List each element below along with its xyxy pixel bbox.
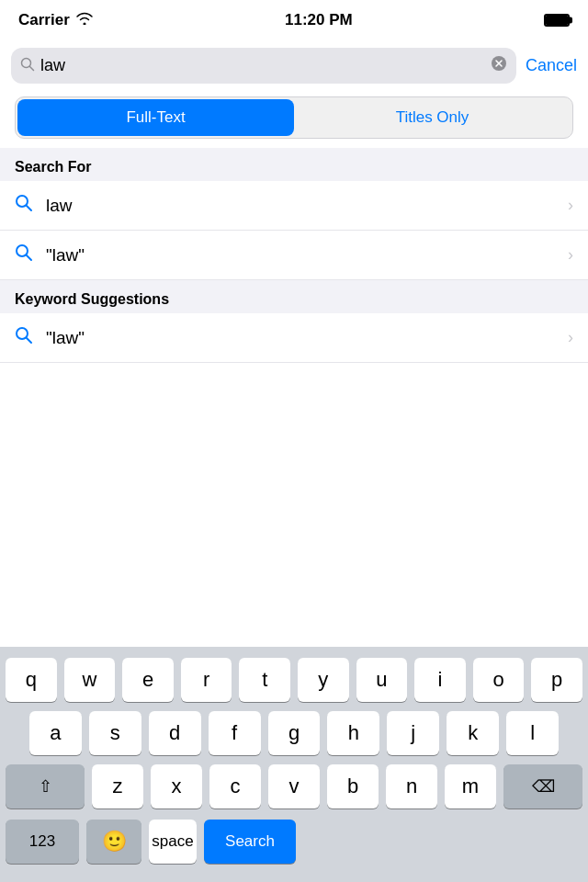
key-b[interactable]: b xyxy=(327,764,379,808)
segment-container: Full-Text Titles Only xyxy=(0,91,588,148)
keyboard-row-1: q w e r t y u i o p xyxy=(6,658,582,702)
keyboard-row-3: ⇧ z x c v b n m ⌫ xyxy=(6,764,582,808)
search-result-icon-2 xyxy=(15,243,33,266)
search-input[interactable] xyxy=(40,56,485,75)
keyword-suggestions-header: Keyword Suggestions xyxy=(0,280,588,313)
svg-point-9 xyxy=(17,328,28,339)
search-term-law-quoted: "law" xyxy=(46,245,555,266)
search-input-wrapper xyxy=(11,48,516,84)
search-for-section: Search For law › "law" › xyxy=(0,148,588,280)
key-e[interactable]: e xyxy=(122,658,174,702)
search-term-law: law xyxy=(46,196,555,216)
shift-key[interactable]: ⇧ xyxy=(6,764,85,808)
keyboard-bottom-row: 123 🙂 space Search xyxy=(0,814,588,882)
wifi-icon xyxy=(75,11,94,29)
key-x[interactable]: x xyxy=(151,764,202,808)
status-time: 11:20 PM xyxy=(285,11,353,29)
key-t[interactable]: t xyxy=(239,658,290,702)
key-m[interactable]: m xyxy=(445,764,496,808)
full-text-tab[interactable]: Full-Text xyxy=(17,99,294,136)
status-right xyxy=(544,14,570,27)
key-a[interactable]: a xyxy=(29,711,82,755)
key-v[interactable]: v xyxy=(268,764,320,808)
search-result-icon-1 xyxy=(15,194,33,217)
key-g[interactable]: g xyxy=(268,711,321,755)
svg-point-5 xyxy=(17,196,28,207)
key-i[interactable]: i xyxy=(414,658,466,702)
chevron-icon-2: › xyxy=(568,245,573,265)
chevron-icon-1: › xyxy=(568,196,573,215)
key-d[interactable]: d xyxy=(149,711,201,755)
search-key[interactable]: Search xyxy=(204,820,296,864)
search-icon xyxy=(20,57,35,75)
key-j[interactable]: j xyxy=(387,711,439,755)
key-p[interactable]: p xyxy=(531,658,582,702)
svg-line-8 xyxy=(27,255,31,260)
keyboard: q w e r t y u i o p a s d f g h j k l ⇧ … xyxy=(0,647,588,882)
key-o[interactable]: o xyxy=(473,658,525,702)
clear-button[interactable] xyxy=(491,55,507,76)
segment-control: Full-Text Titles Only xyxy=(15,96,573,139)
search-result-law-quoted[interactable]: "law" › xyxy=(0,231,588,280)
search-result-law[interactable]: law › xyxy=(0,181,588,231)
key-h[interactable]: h xyxy=(327,711,379,755)
status-bar: Carrier 11:20 PM xyxy=(0,0,588,40)
battery-icon xyxy=(544,14,570,27)
search-for-header: Search For xyxy=(0,148,588,181)
carrier-label: Carrier xyxy=(18,11,70,29)
svg-line-10 xyxy=(27,338,31,343)
titles-only-tab[interactable]: Titles Only xyxy=(294,99,571,136)
svg-line-1 xyxy=(30,66,34,70)
key-k[interactable]: k xyxy=(447,711,499,755)
keyword-term-law-quoted: "law" xyxy=(46,328,555,348)
key-r[interactable]: r xyxy=(181,658,232,702)
keyword-result-law-quoted[interactable]: "law" › xyxy=(0,313,588,363)
key-l[interactable]: l xyxy=(506,711,559,755)
chevron-icon-3: › xyxy=(568,328,573,347)
key-u[interactable]: u xyxy=(356,658,408,702)
svg-point-7 xyxy=(17,245,28,256)
key-z[interactable]: z xyxy=(92,764,143,808)
emoji-key[interactable]: 🙂 xyxy=(86,820,141,864)
key-q[interactable]: q xyxy=(6,658,57,702)
cancel-button[interactable]: Cancel xyxy=(526,56,577,75)
search-bar-container: Cancel xyxy=(0,40,588,91)
delete-key[interactable]: ⌫ xyxy=(503,764,582,808)
key-c[interactable]: c xyxy=(209,764,261,808)
keyboard-row-2: a s d f g h j k l xyxy=(6,711,582,755)
svg-line-6 xyxy=(27,206,31,210)
key-f[interactable]: f xyxy=(209,711,261,755)
key-s[interactable]: s xyxy=(89,711,141,755)
status-left: Carrier xyxy=(18,11,94,29)
key-w[interactable]: w xyxy=(64,658,116,702)
space-key[interactable]: space xyxy=(149,820,197,864)
num-key[interactable]: 123 xyxy=(6,820,79,864)
key-n[interactable]: n xyxy=(386,764,437,808)
keyword-suggestions-section: Keyword Suggestions "law" › xyxy=(0,280,588,363)
key-y[interactable]: y xyxy=(298,658,349,702)
keyword-result-icon-1 xyxy=(15,326,33,349)
